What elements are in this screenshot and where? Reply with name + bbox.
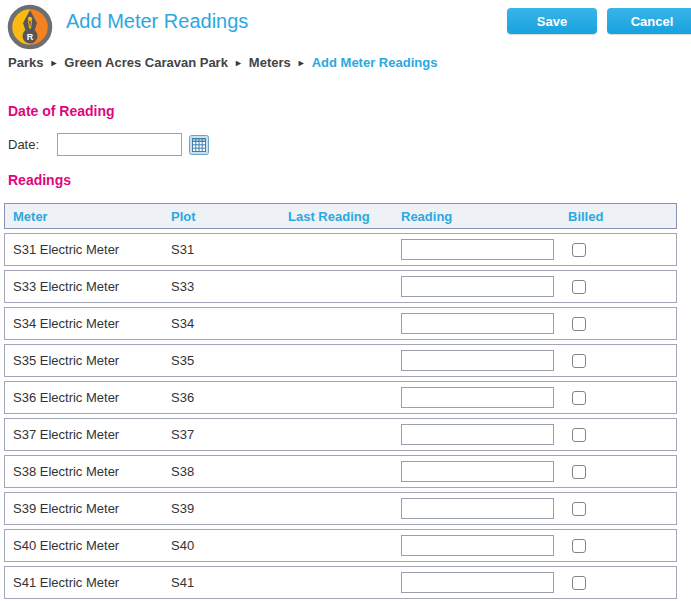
reading-input[interactable] [401, 350, 554, 371]
meter-name: S34 Electric Meter [13, 316, 171, 331]
table-row: S33 Electric Meter S33 [4, 270, 677, 303]
table-row: S41 Electric Meter S41 [4, 566, 677, 599]
column-header-meter: Meter [13, 209, 171, 224]
billed-checkbox[interactable] [572, 465, 586, 479]
reading-input[interactable] [401, 461, 554, 482]
reading-cell [401, 424, 568, 445]
reading-cell [401, 461, 568, 482]
reading-input[interactable] [401, 239, 554, 260]
billed-cell [568, 501, 676, 517]
table-row: S36 Electric Meter S36 [4, 381, 677, 414]
billed-checkbox[interactable] [572, 280, 586, 294]
column-header-billed: Billed [568, 209, 676, 224]
breadcrumb-item-parks[interactable]: Parks [8, 55, 43, 70]
meter-name: S38 Electric Meter [13, 464, 171, 479]
table-row: S35 Electric Meter S35 [4, 344, 677, 377]
plot-name: S40 [171, 538, 288, 553]
breadcrumb-item-meters[interactable]: Meters [249, 55, 291, 70]
meter-name: S37 Electric Meter [13, 427, 171, 442]
table-row: S37 Electric Meter S37 [4, 418, 677, 451]
billed-cell [568, 427, 676, 443]
reading-input[interactable] [401, 387, 554, 408]
page-title: Add Meter Readings [66, 10, 248, 33]
reading-input[interactable] [401, 424, 554, 445]
billed-cell [568, 390, 676, 406]
billed-cell [568, 575, 676, 591]
reading-cell [401, 276, 568, 297]
plot-name: S38 [171, 464, 288, 479]
plot-name: S36 [171, 390, 288, 405]
breadcrumb: Parks►Green Acres Caravan Park►Meters►Ad… [8, 55, 437, 70]
meter-name: S35 Electric Meter [13, 353, 171, 368]
billed-cell [568, 353, 676, 369]
reading-input[interactable] [401, 498, 554, 519]
billed-checkbox[interactable] [572, 354, 586, 368]
add-meter-readings-page: R Add Meter Readings Save Cancel Parks►G… [0, 0, 691, 601]
table-row: S40 Electric Meter S40 [4, 529, 677, 562]
billed-checkbox[interactable] [572, 391, 586, 405]
billed-cell [568, 464, 676, 480]
readings-table-header: Meter Plot Last Reading Reading Billed [4, 203, 677, 229]
section-heading-readings: Readings [8, 172, 71, 188]
reading-input[interactable] [401, 313, 554, 334]
section-heading-date-of-reading: Date of Reading [8, 103, 115, 119]
breadcrumb-item-add-meter-readings: Add Meter Readings [312, 55, 438, 70]
plot-name: S37 [171, 427, 288, 442]
reading-input[interactable] [401, 572, 554, 593]
meter-name: S33 Electric Meter [13, 279, 171, 294]
column-header-plot: Plot [171, 209, 288, 224]
plot-name: S35 [171, 353, 288, 368]
billed-checkbox[interactable] [572, 428, 586, 442]
table-row: S38 Electric Meter S38 [4, 455, 677, 488]
plot-name: S39 [171, 501, 288, 516]
billed-checkbox[interactable] [572, 576, 586, 590]
reading-input[interactable] [401, 276, 554, 297]
reading-cell [401, 572, 568, 593]
reading-cell [401, 387, 568, 408]
date-input[interactable] [57, 133, 182, 156]
meter-name: S36 Electric Meter [13, 390, 171, 405]
column-header-reading: Reading [401, 209, 568, 224]
billed-cell [568, 316, 676, 332]
table-row: S31 Electric Meter S31 [4, 233, 677, 266]
readings-table-body: S31 Electric Meter S31 S33 Electric Mete… [4, 233, 677, 601]
billed-cell [568, 279, 676, 295]
table-row: S34 Electric Meter S34 [4, 307, 677, 340]
reading-cell [401, 350, 568, 371]
date-label: Date: [8, 137, 39, 152]
app-logo-icon: R [7, 4, 53, 50]
plot-name: S33 [171, 279, 288, 294]
meter-name: S41 Electric Meter [13, 575, 171, 590]
billed-cell [568, 538, 676, 554]
billed-checkbox[interactable] [572, 243, 586, 257]
plot-name: S34 [171, 316, 288, 331]
billed-checkbox[interactable] [572, 502, 586, 516]
breadcrumb-separator-icon: ► [234, 58, 243, 68]
cancel-button[interactable]: Cancel [607, 8, 691, 34]
plot-name: S41 [171, 575, 288, 590]
reading-cell [401, 239, 568, 260]
reading-cell [401, 313, 568, 334]
save-button[interactable]: Save [507, 8, 597, 34]
meter-name: S31 Electric Meter [13, 242, 171, 257]
reading-cell [401, 498, 568, 519]
table-row: S39 Electric Meter S39 [4, 492, 677, 525]
breadcrumb-item-green-acres-caravan-park[interactable]: Green Acres Caravan Park [64, 55, 228, 70]
billed-checkbox[interactable] [572, 317, 586, 331]
calendar-icon[interactable] [189, 135, 209, 155]
meter-name: S40 Electric Meter [13, 538, 171, 553]
breadcrumb-separator-icon: ► [297, 58, 306, 68]
billed-checkbox[interactable] [572, 539, 586, 553]
breadcrumb-separator-icon: ► [49, 58, 58, 68]
reading-cell [401, 535, 568, 556]
plot-name: S31 [171, 242, 288, 257]
meter-name: S39 Electric Meter [13, 501, 171, 516]
column-header-last-reading: Last Reading [288, 209, 401, 224]
svg-text:R: R [27, 32, 34, 42]
reading-input[interactable] [401, 535, 554, 556]
billed-cell [568, 242, 676, 258]
